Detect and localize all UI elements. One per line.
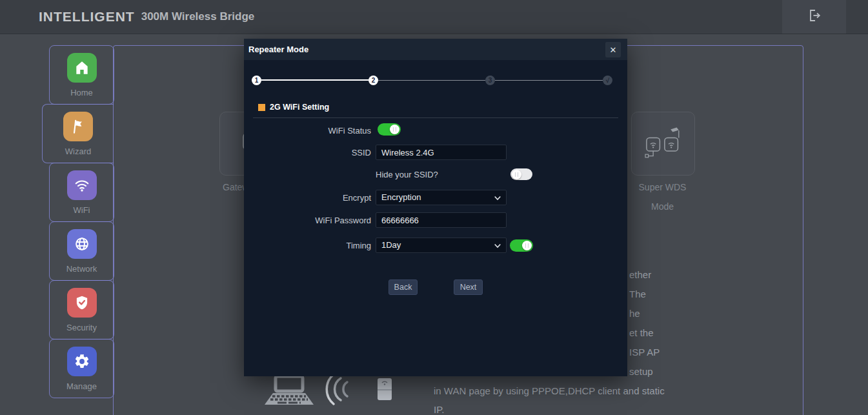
app-window: INTELLIGENT 300M Wireless Bridge Home [0, 0, 868, 415]
description-fragment: ether [629, 269, 651, 280]
description-fragment: he [629, 308, 640, 319]
toggle-knob [522, 241, 532, 250]
description-fragment: et the [629, 327, 654, 338]
sidebar-label-wifi: WiFi [74, 205, 90, 215]
sidebar-label-home: Home [70, 88, 93, 97]
sidebar-label-security: Security [66, 323, 97, 332]
wifi-password-label: WiFi Password [255, 216, 371, 225]
globe-icon [67, 229, 97, 259]
close-button[interactable]: ✕ [605, 42, 621, 57]
super-wds-mode-card[interactable] [631, 112, 695, 176]
super-wds-icon [644, 125, 683, 163]
logout-arrow-icon [807, 8, 822, 26]
repeater-mode-dialog: Repeater Mode ✕ 1 2 3 √ 2G WiFi Setting … [244, 39, 627, 376]
wifi-status-toggle[interactable] [378, 123, 401, 136]
dialog-header: Repeater Mode [244, 39, 627, 60]
back-button[interactable]: Back [389, 279, 418, 295]
product-title: 300M Wireless Bridge [141, 10, 255, 23]
timing-toggle[interactable] [510, 239, 533, 252]
sidebar-item-manage[interactable]: Manage [49, 339, 114, 398]
step-line [495, 80, 603, 81]
ssid-label: SSID [255, 148, 371, 157]
logout-button[interactable] [782, 0, 846, 34]
encrypt-selected-value: Encryption [381, 192, 421, 202]
divider [253, 117, 618, 118]
step-3-indicator: 3 [485, 76, 495, 85]
chevron-down-icon [494, 242, 501, 250]
encrypt-label: Encrypt [255, 193, 371, 203]
super-wds-card-label-2: Mode [631, 201, 694, 212]
sidebar-item-network[interactable]: Network [49, 221, 114, 281]
orange-bullet-icon [258, 104, 265, 111]
flag-icon [63, 112, 93, 141]
wifi-icon [67, 170, 97, 200]
description-fragment: The [629, 288, 646, 299]
laptop-icon [265, 375, 315, 409]
sidebar-item-wizard[interactable]: Wizard [42, 104, 114, 163]
wifi-waves-icon [325, 373, 356, 408]
description-fragment: IP. [434, 404, 444, 415]
description-fragment: setup [629, 366, 653, 377]
hide-ssid-label: Hide your SSID? [376, 170, 438, 179]
step-4-indicator: √ [603, 76, 612, 85]
shield-icon [67, 288, 97, 318]
sidebar-label-network: Network [66, 264, 97, 274]
toggle-knob [390, 125, 399, 134]
section-title: 2G WiFi Setting [270, 103, 329, 112]
gear-icon [67, 347, 97, 376]
sidebar-item-home[interactable]: Home [49, 45, 114, 105]
close-icon: ✕ [610, 45, 617, 55]
description-fragment: in WAN page by using PPPOE,DHCP client a… [434, 385, 665, 396]
sidebar-item-security[interactable]: Security [49, 280, 114, 339]
timing-select[interactable]: 1Day [376, 238, 507, 253]
sidebar-label-manage: Manage [66, 381, 97, 391]
description-fragment: ISP AP [629, 347, 660, 358]
timing-label: Timing [255, 241, 371, 250]
ssid-input[interactable] [376, 145, 507, 160]
brand-title: INTELLIGENT [39, 9, 135, 25]
chevron-down-icon [494, 194, 501, 202]
hide-ssid-toggle[interactable] [510, 168, 532, 180]
section-heading: 2G WiFi Setting [258, 103, 329, 112]
super-wds-card-label-1: Super WDS [631, 182, 694, 192]
dialog-title: Repeater Mode [248, 45, 308, 54]
timing-selected-value: 1Day [381, 240, 401, 250]
top-header: INTELLIGENT 300M Wireless Bridge [0, 0, 868, 34]
step-line [378, 80, 485, 81]
sidebar-label-wizard: Wizard [65, 147, 91, 156]
wifi-password-input[interactable] [376, 212, 507, 228]
toggle-knob [512, 170, 521, 179]
next-button[interactable]: Next [454, 279, 483, 295]
step-2-indicator: 2 [368, 76, 378, 85]
step-1-indicator: 1 [252, 76, 261, 85]
home-icon [67, 53, 97, 83]
encrypt-select[interactable]: Encryption [376, 190, 507, 205]
sidebar-item-wifi[interactable]: WiFi [49, 163, 114, 222]
repeater-device-icon [376, 375, 394, 403]
wifi-status-label: WiFi Status [255, 126, 371, 136]
step-line-done [261, 79, 368, 81]
